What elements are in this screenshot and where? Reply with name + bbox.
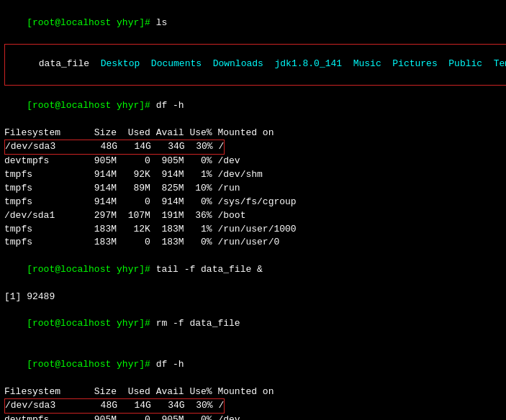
cmd-1: ls	[156, 17, 168, 28]
df-sda3-box-2: /dev/sda3 48G 14G 34G 30% /	[4, 398, 225, 414]
df-header-2: Filesystem Size Used Avail Use% Mounted …	[4, 385, 502, 399]
line-df2: [root@localhost yhyr]# df -h	[4, 344, 502, 385]
df-row-sda3-1: /dev/sda3 48G 14G 34G 30% /	[5, 140, 224, 154]
line-rm: [root@localhost yhyr]# rm -f data_file	[4, 304, 502, 345]
prompt-1: [root@localhost yhyr]#	[27, 17, 155, 28]
line-df1: [root@localhost yhyr]# df -h	[4, 86, 502, 127]
df-header-1: Filesystem Size Used Avail Use% Mounted …	[4, 127, 502, 140]
ls-output-box-1: data_file Desktop Documents Downloads jd…	[4, 44, 506, 86]
df-sda3-box-1: /dev/sda3 48G 14G 34G 30% /	[4, 140, 225, 155]
line-tail: [root@localhost yhyr]# tail -f data_file…	[4, 250, 502, 291]
line-1: [root@localhost yhyr]# ls	[4, 3, 502, 44]
tail-pid: [1] 92489	[4, 291, 502, 304]
terminal[interactable]: [root@localhost yhyr]# ls data_file Desk…	[0, 0, 506, 420]
df-row-sda3-2: /dev/sda3 48G 14G 34G 30% /	[5, 399, 224, 413]
ls-output-1: data_file Desktop Documents Downloads jd…	[5, 45, 506, 86]
